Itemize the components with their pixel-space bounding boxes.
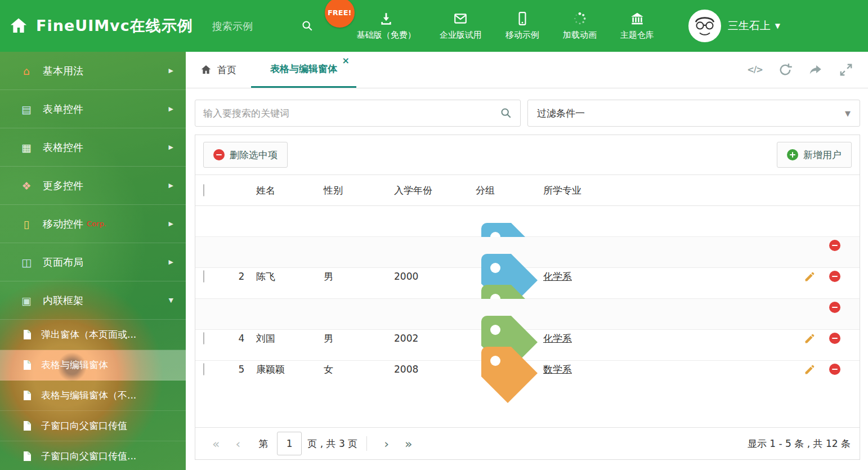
share-forward-icon[interactable] [808, 62, 823, 77]
header-search [212, 20, 314, 32]
delete-row-icon[interactable] [829, 271, 840, 282]
table-header-row: 姓名 性别 入学年份 分组 所学专业 [195, 174, 860, 206]
form-icon: ▤ [19, 103, 34, 115]
nav-mobile-demo[interactable]: 移动示例 [494, 11, 551, 41]
select-all-checkbox[interactable] [203, 184, 204, 196]
nav-label: 主题仓库 [620, 30, 654, 41]
avatar [688, 10, 721, 42]
main-content: 首页 表格与编辑窗体 × </> 过滤条件一 ▼ [186, 52, 868, 470]
tab-bar: 首页 表格与编辑窗体 × </> [186, 52, 868, 88]
free-badge: FREE! [325, 0, 355, 28]
nav-label: 企业版试用 [440, 30, 482, 41]
chevron-right-icon: ▶ [169, 105, 173, 113]
sidebar-item-label: 内联框架 [43, 294, 83, 307]
sidebar-item-inline-frame[interactable]: ▣ 内联框架 ▼ [0, 281, 186, 320]
corp-badge: Corp. [87, 220, 106, 228]
sidebar-subitem-label: 子窗口向父窗口传值 [41, 419, 127, 432]
column-header-year[interactable]: 入学年份 [394, 184, 476, 197]
sidebar-item-more-controls[interactable]: ❖ 更多控件 ▶ [0, 167, 186, 205]
widgets-icon: ❖ [19, 180, 34, 192]
table-empty-space [195, 361, 860, 427]
header-nav: FREE! 基础版（免费） 企业版试用 移动示例 加载动画 [345, 11, 666, 41]
page-number-input[interactable] [277, 432, 302, 455]
chevron-right-icon: ▶ [169, 67, 173, 74]
plus-circle-icon [787, 149, 798, 160]
search-icon[interactable] [301, 20, 314, 32]
sidebar-subitem-grid-edit-window-2[interactable]: 表格与编辑窗体（不... [0, 381, 186, 411]
sidebar-item-label: 表格控件 [43, 141, 83, 154]
table-row: 1 张萍萍 女 2000 材料科学与工程系 [195, 206, 860, 237]
file-icon [23, 329, 32, 340]
keyword-search [195, 100, 521, 127]
envelope-icon [453, 11, 468, 26]
last-page-button[interactable]: » [397, 437, 420, 451]
table-row: 2 陈飞 男 2000 化学系 [195, 237, 860, 268]
keyword-search-input[interactable] [203, 108, 500, 119]
sidebar-item-basic-usage[interactable]: ⌂ 基本用法 ▶ [0, 52, 186, 90]
file-icon [23, 390, 32, 401]
app-title: FineUIMvc在线示例 [36, 16, 193, 36]
nav-enterprise-trial[interactable]: 企业版试用 [428, 11, 494, 41]
mobile-icon [515, 11, 530, 26]
delete-selected-label: 删除选中项 [230, 149, 278, 162]
sidebar-item-grid-controls[interactable]: ▦ 表格控件 ▶ [0, 128, 186, 167]
sidebar-item-form-controls[interactable]: ▤ 表单控件 ▶ [0, 90, 186, 128]
tab-grid-edit-window[interactable]: 表格与编辑窗体 × [251, 52, 356, 88]
file-icon [23, 451, 32, 462]
refresh-icon[interactable] [778, 62, 793, 77]
sidebar-subitem-label: 表格与编辑窗体 [41, 359, 108, 371]
nav-basic-free[interactable]: FREE! 基础版（免费） [345, 11, 428, 41]
table-row: 5 康颖颖 女 2008 数学系 [195, 330, 860, 361]
file-icon [23, 360, 32, 370]
spinner-icon [572, 11, 587, 26]
sidebar-subitem-child-to-parent[interactable]: 子窗口向父窗口传值 [0, 411, 186, 441]
sidebar-item-mobile-controls[interactable]: ▯ 移动控件 Corp. ▶ [0, 205, 186, 243]
home-icon[interactable] [9, 16, 28, 35]
chevron-right-icon: ▶ [169, 258, 173, 266]
column-header-group[interactable]: 分组 [476, 184, 543, 197]
filter-row: 过滤条件一 ▼ [195, 100, 860, 127]
tab-home[interactable]: 首页 [186, 52, 251, 88]
divider [366, 436, 367, 451]
minus-circle-icon [213, 149, 225, 160]
grid-toolbar: 删除选中项 新增用户 [195, 135, 860, 174]
close-icon[interactable]: × [342, 56, 350, 65]
expand-icon[interactable] [839, 62, 853, 77]
sidebar-subitem-grid-edit-window[interactable]: 表格与编辑窗体 [0, 350, 186, 381]
prev-page-button[interactable]: ‹ [227, 437, 248, 451]
header-search-input[interactable] [212, 20, 297, 32]
tab-label: 表格与编辑窗体 [270, 62, 337, 75]
delete-row-icon[interactable] [829, 364, 840, 375]
table-icon: ▦ [19, 141, 34, 154]
chevron-right-icon: ▶ [169, 144, 173, 151]
sidebar-subitem-popup-window[interactable]: 弹出窗体（本页面或... [0, 320, 186, 350]
home-icon: ⌂ [19, 65, 34, 77]
delete-row-icon[interactable] [829, 302, 840, 313]
nav-theme-repo[interactable]: 主题仓库 [609, 11, 666, 41]
next-page-button[interactable]: › [376, 437, 397, 451]
tab-label: 首页 [217, 64, 236, 77]
code-icon[interactable]: </> [748, 62, 762, 77]
sidebar-item-page-layout[interactable]: ◫ 页面布局 ▶ [0, 243, 186, 281]
sidebar-subitem-label: 子窗口向父窗口传值... [41, 450, 136, 463]
nav-label: 加载动画 [563, 30, 597, 41]
add-user-label: 新增用户 [803, 149, 842, 162]
sidebar-item-label: 移动控件 [43, 217, 83, 231]
nav-loading-animation[interactable]: 加载动画 [551, 11, 609, 41]
user-menu[interactable]: 三生石上 ▼ [688, 10, 780, 42]
sidebar: ⌂ 基本用法 ▶ ▤ 表单控件 ▶ ▦ 表格控件 ▶ ❖ 更多控件 ▶ ▯ 移动… [0, 52, 186, 470]
filter-dropdown[interactable]: 过滤条件一 ▼ [527, 100, 860, 127]
add-user-button[interactable]: 新增用户 [777, 142, 852, 168]
delete-row-icon[interactable] [829, 333, 840, 344]
username: 三生石上 [728, 19, 771, 33]
column-header-major[interactable]: 所学专业 [543, 184, 798, 197]
column-header-gender[interactable]: 性别 [324, 184, 394, 197]
nav-label: 基础版（免费） [357, 30, 416, 41]
sidebar-subitem-child-to-parent-2[interactable]: 子窗口向父窗口传值... [0, 441, 186, 470]
first-page-button[interactable]: « [204, 437, 227, 451]
search-icon[interactable] [500, 107, 512, 119]
column-header-name[interactable]: 姓名 [256, 184, 324, 197]
delete-selected-button[interactable]: 删除选中项 [203, 142, 288, 168]
chevron-right-icon: ▶ [169, 182, 173, 189]
delete-row-icon[interactable] [829, 240, 840, 251]
